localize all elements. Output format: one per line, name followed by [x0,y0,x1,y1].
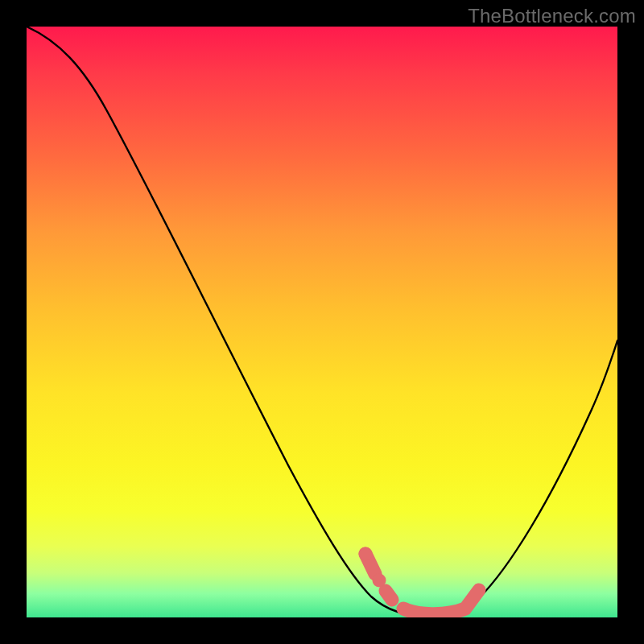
chart-frame: TheBottleneck.com [0,0,644,644]
watermark-text: TheBottleneck.com [468,5,636,27]
curve-layer [27,27,617,617]
plot-area [27,27,617,617]
highlight-dot-icon [359,547,373,561]
highlight-dot-icon [373,574,386,588]
bottleneck-curve [27,27,617,616]
